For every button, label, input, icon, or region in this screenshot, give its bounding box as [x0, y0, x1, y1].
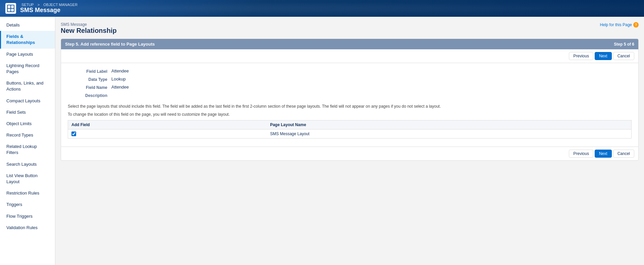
- step-counter: Step 5 of 6: [614, 42, 634, 47]
- content-area: SMS Message New Relationship Help for th…: [55, 17, 644, 265]
- field-name-row: Field Name Attendee: [68, 85, 632, 90]
- next-button-top[interactable]: Next: [595, 52, 612, 60]
- sidebar-item-validation-rules[interactable]: Validation Rules: [0, 222, 55, 233]
- sidebar-item-compact-layouts[interactable]: Compact Layouts: [0, 95, 55, 107]
- header-text: SETUP > OBJECT MANAGER SMS Message: [20, 3, 79, 14]
- sidebar-item-record-types[interactable]: Record Types: [0, 129, 55, 141]
- top-buttons-row: Previous Next Cancel: [61, 49, 638, 63]
- help-icon: ?: [633, 22, 639, 28]
- field-name-label: Field Name: [68, 85, 111, 90]
- breadcrumb-setup: SETUP: [21, 3, 34, 7]
- previous-button-top[interactable]: Previous: [569, 52, 593, 60]
- sidebar-item-related-lookup-filters[interactable]: Related Lookup Filters: [0, 141, 55, 158]
- step-header: Step 5. Add reference field to Page Layo…: [61, 39, 638, 49]
- data-type-row: Data Type Lookup: [68, 76, 632, 82]
- sidebar-item-details[interactable]: Details: [0, 19, 55, 31]
- app-icon: [5, 3, 16, 14]
- help-link-text: Help for this Page: [600, 22, 632, 27]
- sidebar-item-lightning-record-pages[interactable]: Lightning Record Pages: [0, 60, 55, 77]
- sidebar-item-buttons-links-actions[interactable]: Buttons, Links, and Actions: [0, 77, 55, 95]
- data-type-value: Lookup: [111, 76, 126, 82]
- page-title: SMS Message: [20, 7, 79, 14]
- sidebar-item-triggers[interactable]: Triggers: [0, 199, 55, 210]
- page-sub-title: SMS Message: [61, 22, 117, 27]
- bottom-buttons-row: Previous Next Cancel: [61, 147, 638, 160]
- help-link[interactable]: Help for this Page ?: [600, 22, 639, 28]
- previous-button-bottom[interactable]: Previous: [569, 150, 593, 158]
- sidebar-item-page-layouts[interactable]: Page Layouts: [0, 49, 55, 60]
- field-label-value: Attendee: [111, 68, 129, 73]
- table-header-row: Add Field Page Layout Name: [68, 120, 632, 129]
- sidebar-item-list-view-button-layout[interactable]: List View Button Layout: [0, 170, 55, 188]
- next-button-bottom[interactable]: Next: [595, 150, 612, 158]
- top-bar: SETUP > OBJECT MANAGER SMS Message: [0, 0, 644, 17]
- sidebar-item-object-limits[interactable]: Object Limits: [0, 118, 55, 129]
- instruction-line1: Select the page layouts that should incl…: [68, 103, 632, 109]
- description-row: Description: [68, 93, 632, 98]
- instruction-line2: To change the location of this field on …: [68, 111, 632, 117]
- field-name-value: Attendee: [111, 85, 129, 90]
- form-area: Field Label Attendee Data Type Lookup Fi…: [61, 63, 638, 144]
- sidebar-item-flow-triggers[interactable]: Flow Triggers: [0, 211, 55, 222]
- breadcrumb-section: OBJECT MANAGER: [43, 3, 77, 7]
- sidebar-item-fields-relationships[interactable]: Fields & Relationships: [0, 31, 55, 48]
- sidebar: Details Fields & Relationships Page Layo…: [0, 17, 55, 265]
- page-header: SMS Message New Relationship Help for th…: [61, 22, 639, 35]
- main-layout: Details Fields & Relationships Page Layo…: [0, 17, 644, 265]
- page-header-left: SMS Message New Relationship: [61, 22, 117, 35]
- breadcrumb-separator: >: [38, 3, 40, 7]
- sidebar-item-field-sets[interactable]: Field Sets: [0, 107, 55, 118]
- add-field-cell: [68, 129, 267, 139]
- data-type-label: Data Type: [68, 76, 111, 82]
- breadcrumb: SETUP > OBJECT MANAGER: [20, 3, 79, 7]
- layout-name-cell: SMS Message Layout: [267, 129, 631, 139]
- layout-table: Add Field Page Layout Name SMS Message L…: [68, 120, 632, 139]
- step-panel: Step 5. Add reference field to Page Layo…: [61, 39, 639, 161]
- cancel-button-top[interactable]: Cancel: [613, 52, 634, 60]
- page-main-title: New Relationship: [61, 27, 117, 35]
- col-page-layout-name: Page Layout Name: [267, 120, 631, 129]
- cancel-button-bottom[interactable]: Cancel: [613, 150, 634, 158]
- step-header-title: Step 5. Add reference field to Page Layo…: [65, 42, 155, 47]
- sidebar-item-search-layouts[interactable]: Search Layouts: [0, 159, 55, 170]
- description-label: Description: [68, 93, 111, 98]
- field-label-label: Field Label: [68, 68, 111, 74]
- field-label-row: Field Label Attendee: [68, 68, 632, 74]
- col-add-field: Add Field: [68, 120, 267, 129]
- add-field-checkbox[interactable]: [71, 131, 76, 136]
- sidebar-item-restriction-rules[interactable]: Restriction Rules: [0, 188, 55, 199]
- table-row: SMS Message Layout: [68, 129, 632, 139]
